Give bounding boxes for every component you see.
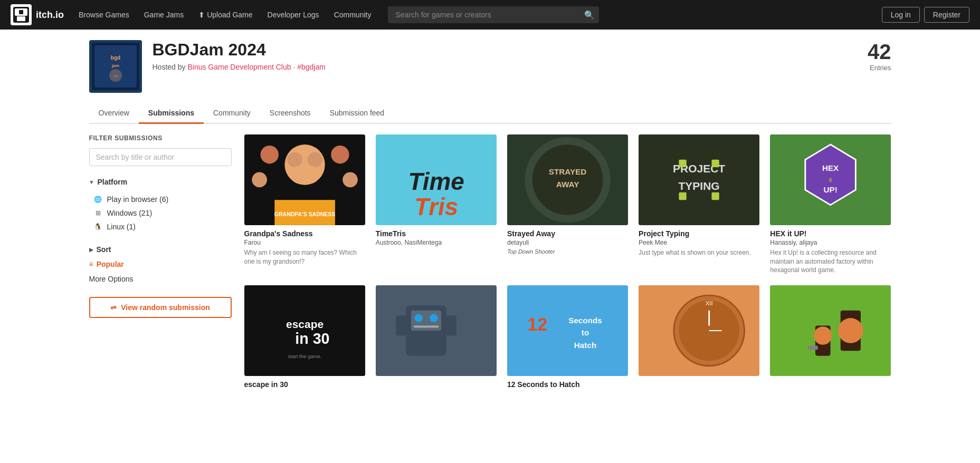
game-author: Hanassiy, alijaya (770, 239, 891, 246)
platform-linux[interactable]: 🐧 Linux (1) (93, 220, 232, 234)
jam-info: BGDJam 2024 Hosted by Binus Game Develop… (153, 40, 858, 71)
jam-logo: bgd jam 🎮 (89, 40, 142, 93)
svg-text:bgd: bgd (110, 55, 120, 61)
game-card-grandpas-sadness[interactable]: GRANDPA'S SADNESS Grandpa's Sadness Faro… (244, 134, 365, 275)
tab-community[interactable]: Community (204, 103, 260, 124)
chevron-down-icon: ▼ (89, 179, 94, 185)
tab-screenshots[interactable]: Screenshots (260, 103, 320, 124)
game-title: TimeTris (376, 229, 497, 238)
svg-text:escape: escape (286, 318, 323, 330)
search-input[interactable] (388, 6, 599, 23)
entries-label: Entries (868, 64, 891, 72)
game-title: 12 Seconds to Hatch (507, 380, 628, 389)
svg-rect-69 (808, 346, 818, 350)
register-button[interactable]: Register (924, 7, 969, 23)
game-card-project-typing[interactable]: PROJECT TYPING Project Typing Peek Mee J… (639, 134, 759, 275)
svg-text:STRAYED: STRAYED (549, 167, 587, 176)
svg-text:Time: Time (408, 168, 464, 195)
windows-icon: ⊞ (93, 208, 103, 218)
sidebar: FILTER SUBMISSIONS ▼ Platform 🌐 Play in … (89, 134, 232, 390)
tab-submissions[interactable]: Submissions (139, 103, 204, 124)
nav-browse-games[interactable]: Browse Games (72, 7, 136, 22)
svg-text:UP!: UP! (824, 185, 838, 194)
random-submission-button[interactable]: ⇌ View random submission (89, 297, 232, 318)
game-title: Strayed Away (507, 229, 628, 238)
logo-box (11, 4, 32, 25)
filter-title: FILTER SUBMISSIONS (89, 134, 232, 142)
svg-point-18 (331, 146, 349, 163)
chevron-right-icon: ▶ (89, 247, 93, 253)
game-title: HEX it UP! (770, 229, 891, 238)
svg-text:Tris: Tris (414, 194, 458, 220)
game-author: Farou (244, 239, 365, 246)
game-card-12-seconds[interactable]: 12 Seconds to Hatch 12 Seconds to Hatch (507, 285, 628, 390)
svg-point-17 (260, 146, 278, 163)
nav-game-jams[interactable]: Game Jams (138, 7, 190, 22)
game-card-strayed-away[interactable]: STRAYED AWAY Strayed Away detayuli Top D… (507, 134, 628, 275)
svg-point-14 (289, 165, 319, 185)
svg-point-68 (814, 327, 832, 345)
jam-title: BGDJam 2024 (153, 40, 858, 60)
svg-text:GRANDPA'S SADNESS: GRANDPA'S SADNESS (274, 211, 335, 217)
nav-dev-logs[interactable]: Developer Logs (261, 7, 326, 22)
login-button[interactable]: Log in (882, 7, 920, 23)
svg-point-66 (838, 318, 863, 343)
search-bar: 🔍 (388, 6, 599, 23)
game-thumb (376, 285, 497, 376)
platform-windows[interactable]: ⊞ Windows (21) (93, 206, 232, 220)
tab-overview[interactable]: Overview (89, 103, 139, 124)
svg-point-12 (287, 152, 302, 167)
svg-text:Hatch: Hatch (574, 341, 596, 350)
game-card-escape-30[interactable]: escape in 30 start the game. escape in 3… (244, 285, 365, 390)
svg-text:TYPING: TYPING (679, 180, 720, 192)
svg-text:it: it (829, 177, 832, 183)
game-thumb: Time Tris (376, 134, 497, 225)
game-thumb: XII (639, 285, 759, 376)
platform-filter: ▼ Platform 🌐 Play in browser (6) ⊞ Windo… (89, 175, 232, 234)
platform-browser[interactable]: 🌐 Play in browser (6) (93, 192, 232, 206)
nav-community[interactable]: Community (328, 7, 378, 22)
sort-popular[interactable]: ≡ Popular (89, 257, 232, 272)
svg-text:jam: jam (111, 63, 119, 68)
game-thumb: PROJECT TYPING (639, 134, 759, 225)
platform-options: 🌐 Play in browser (6) ⊞ Windows (21) 🐧 L… (89, 192, 232, 234)
linux-icon: 🐧 (93, 222, 103, 232)
game-card-green[interactable] (770, 285, 891, 390)
search-submit-button[interactable]: 🔍 (584, 10, 595, 20)
svg-text:in 30: in 30 (295, 330, 329, 347)
svg-rect-51 (446, 316, 456, 336)
game-card-clock[interactable]: XII (639, 285, 759, 390)
globe-icon: 🌐 (93, 195, 103, 204)
game-desc: Why am I seeing so many faces? Which one… (244, 248, 365, 266)
svg-rect-52 (396, 316, 406, 336)
game-thumb: escape in 30 start the game. (244, 285, 365, 376)
search-filter (89, 148, 232, 166)
game-desc: Just type what is shown on your screen. (639, 248, 759, 257)
game-card-hex-it-up[interactable]: HEX it UP! HEX it UP! Hanassiy, alijaya … (770, 134, 891, 275)
game-tag: Top Down Shooter (507, 248, 628, 255)
game-card-robot[interactable] (376, 285, 497, 390)
site-logo[interactable]: itch.io (11, 4, 64, 25)
more-options[interactable]: More Options (89, 272, 232, 286)
upload-icon: ⬆ (198, 11, 205, 19)
sort-toggle[interactable]: ▶ Sort (89, 242, 232, 257)
svg-point-20 (342, 172, 358, 188)
games-area: GRANDPA'S SADNESS Grandpa's Sadness Faro… (244, 134, 891, 390)
entries-count: 42 (868, 40, 891, 64)
filter-search-input[interactable] (89, 148, 232, 166)
page-tabs: Overview Submissions Community Screensho… (89, 103, 891, 124)
svg-rect-2 (17, 16, 25, 21)
tab-feed[interactable]: Submission feed (320, 103, 394, 124)
jam-host-link[interactable]: Binus Game Development Club (187, 63, 291, 71)
svg-point-48 (414, 314, 422, 322)
svg-rect-34 (679, 192, 686, 200)
game-card-timetris[interactable]: Time Tris TimeTris Austrooo, NasiMentega (376, 134, 497, 275)
svg-rect-53 (507, 285, 628, 376)
game-title: escape in 30 (244, 380, 365, 389)
svg-rect-35 (712, 192, 719, 200)
content-area: FILTER SUBMISSIONS ▼ Platform 🌐 Play in … (89, 134, 891, 390)
jam-tag-link[interactable]: #bgdjam (297, 63, 326, 71)
svg-text:AWAY: AWAY (556, 180, 579, 189)
platform-toggle[interactable]: ▼ Platform (89, 175, 232, 189)
nav-upload-game[interactable]: ⬆ Upload Game (192, 7, 259, 22)
